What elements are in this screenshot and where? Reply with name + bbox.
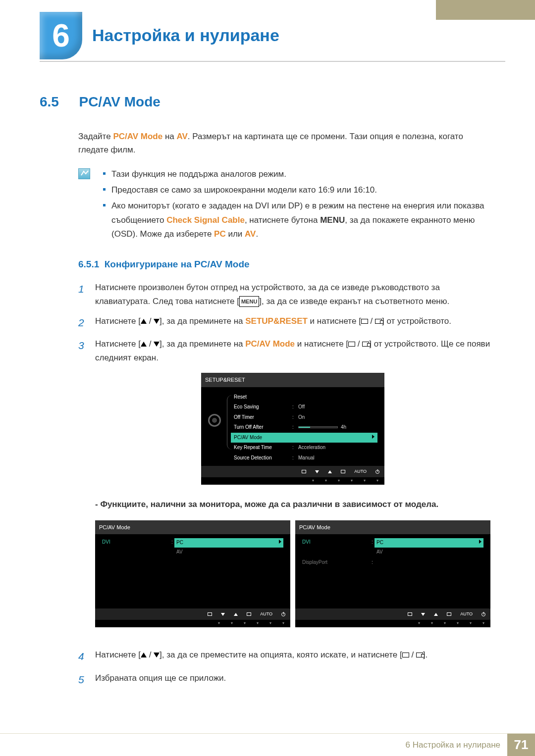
osd-button-bar: AUTO — [295, 608, 490, 620]
osd-val-av: AV — [174, 548, 283, 557]
osd-nav-icon — [302, 470, 306, 473]
osd-body: Reset Eco Saving:Off Off Timer:On Turn O… — [201, 387, 384, 466]
step-text: Натиснете [ — [95, 316, 141, 326]
note-text: или — [226, 229, 245, 239]
osd-bracket-icon — [227, 395, 232, 450]
step-4: 4 Натиснете [ / ], за да се преместите н… — [78, 648, 490, 665]
term-menu: MENU — [320, 215, 345, 225]
osd-row-reset: Reset — [234, 393, 292, 402]
osd-button-bar: AUTO — [201, 466, 384, 477]
osd-row-keyrep: Key Repeat Time — [234, 444, 292, 452]
steps-list: 1 Натиснете произволен бутон отпред на у… — [78, 281, 490, 689]
term-pc: PC — [214, 229, 226, 239]
rect-icon — [348, 342, 355, 347]
section-number: 6.5 — [40, 94, 77, 110]
osd-pcav-b: PC/AV Mode DVI: PC AV DisplayPort: — [295, 520, 490, 627]
osd-row-offtimer: Off Timer — [234, 413, 292, 422]
step-2: 2 Натиснете [ / ], за да преминете на SE… — [78, 314, 490, 332]
osd-val-av: AV — [374, 548, 483, 557]
subsection-number: 6.5.1 — [78, 259, 99, 269]
step-text: ] от устройството. — [382, 316, 451, 326]
step-text: и натиснете [ — [308, 316, 361, 326]
osd-row-pcav-selected: PC/AV Mode — [234, 434, 292, 442]
model-note: - Функциите, налични за монитора, може д… — [95, 498, 490, 511]
bullet-icon — [103, 188, 106, 191]
chevron-right-icon — [479, 540, 482, 544]
osd-title: SETUP&RESET — [201, 373, 384, 387]
osd-val: Manual — [295, 454, 374, 462]
rect-plus-icon — [375, 319, 382, 324]
page-content: 6.5 PC/AV Mode Задайте PC/AV Mode на AV.… — [40, 94, 490, 695]
rect-plus-icon — [416, 653, 423, 657]
step-3: 3 Натиснете [ / ], за да преминете на PC… — [78, 337, 490, 642]
osd-title: PC/AV Mode — [95, 520, 290, 534]
step-text: Натиснете [ — [95, 339, 141, 349]
step-number: 4 — [78, 648, 85, 665]
chapter-number-badge: 6 — [40, 12, 82, 59]
power-icon — [281, 612, 285, 616]
note-icon — [78, 168, 90, 179]
intro-text: на — [162, 132, 176, 141]
down-arrow-icon — [221, 613, 225, 616]
subsection-heading: 6.5.1 Конфигуриране на PC/AV Mode — [78, 259, 490, 270]
bullet-icon — [103, 204, 106, 206]
osd-nav-icon — [341, 470, 345, 473]
up-arrow-icon — [141, 653, 147, 657]
osd-title: PC/AV Mode — [295, 520, 490, 534]
osd-pcav-a: PC/AV Mode DVI: PC AV — [95, 520, 290, 627]
down-arrow-icon — [154, 653, 160, 657]
note-item: Ако мониторът (когато е зададен на DVI и… — [111, 199, 490, 241]
osd-row-dvi: DVI — [302, 538, 372, 556]
osd-auto-label: AUTO — [354, 468, 367, 475]
slider-icon — [298, 426, 338, 428]
power-icon — [375, 470, 379, 474]
step-1: 1 Натиснете произволен бутон отпред на у… — [78, 281, 490, 308]
rect-icon — [402, 653, 409, 657]
step-text: ], за да се преместите на опцията, която… — [160, 650, 402, 659]
up-arrow-icon — [434, 613, 438, 616]
up-arrow-icon — [141, 342, 147, 347]
osd-row-dvi: DVI — [102, 538, 171, 556]
note-block: Тази функция не поддържа аналогов режим.… — [78, 167, 490, 243]
chapter-header: 6 Настройка и нулиране — [40, 10, 505, 62]
dual-osd-container: PC/AV Mode DVI: PC AV — [95, 520, 490, 627]
term-pcav: PC/AV Mode — [245, 339, 295, 349]
chapter-title: Настройка и нулиране — [92, 26, 279, 45]
osd-val: 4h — [295, 423, 374, 432]
down-arrow-icon — [421, 613, 425, 616]
up-arrow-icon — [328, 470, 332, 473]
osd-auto-label: AUTO — [460, 610, 473, 618]
osd-row-eco: Eco Saving — [234, 403, 292, 411]
term-pcav: PC/AV Mode — [113, 132, 162, 141]
osd-val-pc-selected: PC — [376, 540, 383, 545]
down-arrow-icon — [315, 470, 319, 473]
rect-plus-icon — [362, 342, 369, 347]
step-5: 5 Избраната опция ще се приложи. — [78, 671, 490, 689]
osd-row-displayport: DisplayPort — [302, 558, 372, 567]
osd-row-srcdet: Source Detection — [234, 454, 292, 462]
osd-val-pc-selected: PC — [176, 540, 183, 545]
term-av: AV — [176, 132, 187, 141]
intro-text: Задайте — [78, 132, 113, 141]
power-icon — [482, 612, 485, 616]
step-text: и натиснете [ — [295, 339, 348, 349]
term-av: AV — [245, 229, 256, 239]
step-number: 1 — [78, 281, 85, 308]
bullet-icon — [103, 172, 106, 175]
section-title: PC/AV Mode — [79, 94, 160, 109]
step-number: 3 — [78, 337, 85, 642]
gear-icon — [208, 414, 221, 427]
osd-val: Off — [295, 403, 374, 411]
osd-button-bar: AUTO — [95, 608, 290, 620]
section-heading: 6.5 PC/AV Mode — [40, 94, 490, 110]
note-item: Тази функция не поддържа аналогов режим. — [111, 167, 286, 181]
subsection-title: Конфигуриране на PC/AV Mode — [105, 259, 250, 269]
chevron-right-icon — [372, 435, 374, 439]
step-number: 2 — [78, 314, 85, 332]
rect-icon — [361, 319, 368, 324]
osd-nav-icon — [208, 612, 212, 616]
step-number: 5 — [78, 671, 85, 689]
menu-button-label: MENU — [239, 296, 259, 307]
osd-setup-reset: SETUP&RESET Reset Eco Saving:Off Off Tim… — [201, 373, 384, 485]
osd-val: Acceleration — [295, 444, 374, 452]
